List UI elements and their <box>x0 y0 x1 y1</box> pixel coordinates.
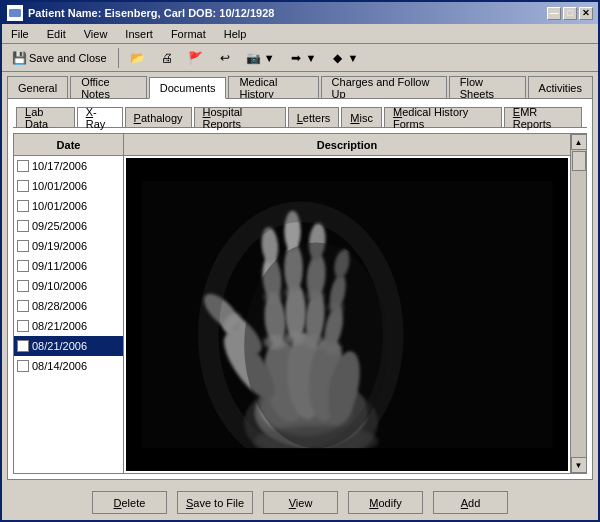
description-header: Description <box>124 134 570 156</box>
subtab-med-history-forms-label: Medical History Forms <box>393 106 493 130</box>
date-row-7[interactable]: 08/28/2006 <box>14 296 123 316</box>
date-row-8[interactable]: 08/21/2006 <box>14 316 123 336</box>
bottom-buttons: Delete Save to File View Modify Add <box>2 485 598 520</box>
description-column-header: Description <box>317 139 378 151</box>
modify-label: Modify <box>369 497 401 509</box>
undo-icon: ↩ <box>217 50 233 66</box>
tab-documents[interactable]: Documents <box>149 77 227 99</box>
scroll-down-button[interactable]: ▼ <box>571 457 587 473</box>
save-to-file-label: Save to File <box>186 497 244 509</box>
toolbar-dropdown-3[interactable]: ◆ ▼ <box>324 47 363 69</box>
chevron-down-icon-2: ▼ <box>306 52 317 64</box>
subtab-misc[interactable]: Misc <box>341 107 382 127</box>
menu-edit[interactable]: Edit <box>43 27 70 41</box>
date-checkbox-0[interactable] <box>17 160 29 172</box>
tab-general[interactable]: General <box>7 76 68 98</box>
xray-svg <box>126 158 568 471</box>
date-checkbox-5[interactable] <box>17 260 29 272</box>
app-window: Patient Name: Eisenberg, Carl DOB: 10/12… <box>0 0 600 522</box>
toolbar: 💾 Save and Close 📂 🖨 🚩 ↩ 📷 ▼ ➡ ▼ ◆ ▼ <box>2 44 598 72</box>
scroll-up-button[interactable]: ▲ <box>571 134 587 150</box>
menu-file[interactable]: File <box>7 27 33 41</box>
maximize-button[interactable]: □ <box>563 7 577 20</box>
date-row-2[interactable]: 10/01/2006 <box>14 196 123 216</box>
save-close-icon: 💾 <box>11 50 27 66</box>
date-checkbox-2[interactable] <box>17 200 29 212</box>
close-button[interactable]: ✕ <box>579 7 593 20</box>
minimize-button[interactable]: — <box>547 7 561 20</box>
tab-flow-sheets[interactable]: Flow Sheets <box>449 76 526 98</box>
tab-activities[interactable]: Activities <box>528 76 593 98</box>
date-label-4: 09/19/2006 <box>32 240 87 252</box>
date-row-10[interactable]: 08/14/2006 <box>14 356 123 376</box>
toolbar-separator-1 <box>118 48 119 68</box>
scrollbar: ▲ ▼ <box>570 134 586 473</box>
arrow-icon: ➡ <box>288 50 304 66</box>
split-pane: Date 10/17/200610/01/200610/01/200609/25… <box>13 133 587 474</box>
save-close-label: Save and Close <box>29 52 107 64</box>
date-row-3[interactable]: 09/25/2006 <box>14 216 123 236</box>
subtab-emr-reports[interactable]: EMR Reports <box>504 107 582 127</box>
date-row-1[interactable]: 10/01/2006 <box>14 176 123 196</box>
toolbar-btn-2[interactable]: 📂 <box>125 47 151 69</box>
toolbar-btn-5[interactable]: ↩ <box>212 47 238 69</box>
date-row-5[interactable]: 09/11/2006 <box>14 256 123 276</box>
subtab-hospital[interactable]: Hospital Reports <box>194 107 286 127</box>
view-button[interactable]: View <box>263 491 338 514</box>
subtab-lab-data[interactable]: Lab Data <box>16 107 75 127</box>
date-row-0[interactable]: 10/17/2006 <box>14 156 123 176</box>
add-button[interactable]: Add <box>433 491 508 514</box>
menu-insert[interactable]: Insert <box>121 27 157 41</box>
main-tabs: General Office Notes Documents Medical H… <box>2 72 598 98</box>
save-to-file-button[interactable]: Save to File <box>177 491 253 514</box>
tab-medical-history-label: Medical History <box>239 76 307 100</box>
date-checkbox-1[interactable] <box>17 180 29 192</box>
date-checkbox-3[interactable] <box>17 220 29 232</box>
subtab-lab-data-label: Lab Data <box>25 106 66 130</box>
toolbar-btn-3[interactable]: 🖨 <box>154 47 180 69</box>
print-icon: 🖨 <box>159 50 175 66</box>
save-and-close-button[interactable]: 💾 Save and Close <box>6 47 112 69</box>
tab-charges[interactable]: Charges and Follow Up <box>321 76 447 98</box>
date-rows-container: 10/17/200610/01/200610/01/200609/25/2006… <box>14 156 123 376</box>
date-row-4[interactable]: 09/19/2006 <box>14 236 123 256</box>
date-row-6[interactable]: 09/10/2006 <box>14 276 123 296</box>
subtab-emr-reports-label: EMR Reports <box>513 106 573 130</box>
date-checkbox-7[interactable] <box>17 300 29 312</box>
subtab-letters[interactable]: Letters <box>288 107 340 127</box>
svg-rect-1 <box>9 9 21 17</box>
tab-office-notes[interactable]: Office Notes <box>70 76 147 98</box>
date-label-2: 10/01/2006 <box>32 200 87 212</box>
modify-button[interactable]: Modify <box>348 491 423 514</box>
window-title: Patient Name: Eisenberg, Carl DOB: 10/12… <box>28 7 274 19</box>
chevron-down-icon-3: ▼ <box>347 52 358 64</box>
date-label-9: 08/21/2006 <box>32 340 87 352</box>
date-checkbox-8[interactable] <box>17 320 29 332</box>
menu-format[interactable]: Format <box>167 27 210 41</box>
date-checkbox-10[interactable] <box>17 360 29 372</box>
toolbar-btn-4[interactable]: 🚩 <box>183 47 209 69</box>
delete-label: Delete <box>114 497 146 509</box>
date-checkbox-6[interactable] <box>17 280 29 292</box>
add-label: Add <box>461 497 481 509</box>
date-checkbox-9[interactable] <box>17 340 29 352</box>
tab-activities-label: Activities <box>539 82 582 94</box>
date-label-8: 08/21/2006 <box>32 320 87 332</box>
tab-medical-history[interactable]: Medical History <box>228 76 318 98</box>
menu-help[interactable]: Help <box>220 27 251 41</box>
date-label-3: 09/25/2006 <box>32 220 87 232</box>
date-checkbox-4[interactable] <box>17 240 29 252</box>
subtab-pathalogy[interactable]: Pathalogy <box>125 107 192 127</box>
subtab-med-history-forms[interactable]: Medical History Forms <box>384 107 502 127</box>
camera-icon: 📷 <box>246 50 262 66</box>
folder-icon: 📂 <box>130 50 146 66</box>
delete-button[interactable]: Delete <box>92 491 167 514</box>
toolbar-dropdown-1[interactable]: 📷 ▼ <box>241 47 280 69</box>
toolbar-dropdown-2[interactable]: ➡ ▼ <box>283 47 322 69</box>
menu-view[interactable]: View <box>80 27 112 41</box>
svg-point-36 <box>244 243 388 449</box>
subtab-xray[interactable]: X-Ray <box>77 107 123 127</box>
scroll-thumb[interactable] <box>572 151 586 171</box>
date-row-9[interactable]: 08/21/2006 <box>14 336 123 356</box>
scroll-track[interactable] <box>571 150 587 457</box>
